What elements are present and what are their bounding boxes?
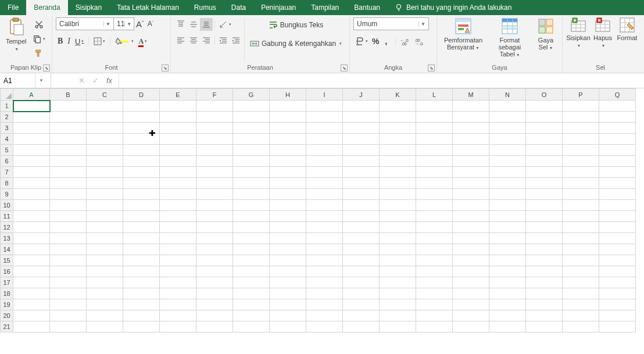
cell[interactable] <box>599 255 636 266</box>
cell[interactable] <box>270 156 306 167</box>
row-header[interactable]: 4 <box>1 134 13 145</box>
cell[interactable] <box>489 189 526 200</box>
cell[interactable] <box>599 145 636 156</box>
cell[interactable] <box>13 123 50 134</box>
clipboard-launcher[interactable]: ⬊ <box>43 65 50 71</box>
column-header[interactable]: Q <box>599 89 636 101</box>
row-header[interactable]: 12 <box>1 222 13 233</box>
cell[interactable] <box>160 123 196 134</box>
cell[interactable] <box>306 200 343 211</box>
cell[interactable] <box>87 266 123 277</box>
cell[interactable] <box>343 167 380 178</box>
cell[interactable] <box>123 277 160 288</box>
cell[interactable] <box>563 266 599 277</box>
cell[interactable] <box>526 134 563 145</box>
cell[interactable] <box>160 321 196 332</box>
cell[interactable] <box>13 222 50 233</box>
cell[interactable] <box>233 101 270 112</box>
row-header[interactable]: 5 <box>1 145 13 156</box>
cell[interactable] <box>599 123 636 134</box>
cell[interactable] <box>13 189 50 200</box>
cell[interactable] <box>123 167 160 178</box>
cell[interactable] <box>196 145 233 156</box>
cell[interactable] <box>599 233 636 244</box>
fx-icon[interactable]: fx <box>102 76 116 85</box>
cell[interactable] <box>160 277 196 288</box>
cell[interactable] <box>233 123 270 134</box>
cell[interactable] <box>87 178 123 189</box>
cell[interactable] <box>599 321 636 332</box>
cell[interactable] <box>270 266 306 277</box>
cell[interactable] <box>343 299 380 310</box>
cell[interactable] <box>489 288 526 299</box>
cell[interactable] <box>343 321 380 332</box>
cell[interactable] <box>13 178 50 189</box>
cell[interactable] <box>599 167 636 178</box>
percent-button[interactable]: % <box>370 35 381 48</box>
cell[interactable] <box>489 112 526 123</box>
cell[interactable] <box>270 134 306 145</box>
cell[interactable] <box>87 255 123 266</box>
cell[interactable] <box>123 156 160 167</box>
cell[interactable] <box>416 211 453 222</box>
cell[interactable] <box>563 134 599 145</box>
cell[interactable] <box>453 266 489 277</box>
cell[interactable] <box>380 233 416 244</box>
cell[interactable] <box>343 156 380 167</box>
cell[interactable] <box>123 244 160 255</box>
cell[interactable] <box>526 255 563 266</box>
cell[interactable] <box>526 310 563 321</box>
cell[interactable] <box>196 200 233 211</box>
paste-button[interactable]: Tempel▼ <box>3 16 28 53</box>
cell[interactable] <box>380 167 416 178</box>
cell[interactable] <box>123 211 160 222</box>
cell[interactable] <box>160 101 196 112</box>
row-header[interactable]: 15 <box>1 255 13 266</box>
cell[interactable] <box>526 200 563 211</box>
cell[interactable] <box>50 101 87 112</box>
row-header[interactable]: 20 <box>1 310 13 321</box>
cell[interactable] <box>87 222 123 233</box>
column-header[interactable]: N <box>489 89 526 101</box>
row-header[interactable]: 21 <box>1 321 13 332</box>
cell[interactable] <box>13 310 50 321</box>
cell[interactable] <box>306 299 343 310</box>
cell[interactable] <box>489 277 526 288</box>
cell[interactable] <box>160 167 196 178</box>
cell[interactable] <box>453 255 489 266</box>
cell[interactable] <box>160 233 196 244</box>
cell[interactable] <box>160 178 196 189</box>
cell[interactable] <box>123 178 160 189</box>
cell[interactable] <box>123 200 160 211</box>
format-cells-button[interactable]: Format <box>615 16 639 41</box>
cell[interactable] <box>87 277 123 288</box>
cell[interactable] <box>233 288 270 299</box>
cell[interactable] <box>526 277 563 288</box>
cell[interactable] <box>306 167 343 178</box>
cell[interactable] <box>196 211 233 222</box>
cell[interactable] <box>343 112 380 123</box>
row-header[interactable]: 1 <box>1 101 13 112</box>
cell[interactable] <box>196 288 233 299</box>
accounting-format-button[interactable]: ▾ <box>353 35 370 48</box>
cell[interactable] <box>599 244 636 255</box>
cell[interactable] <box>13 101 50 112</box>
cell[interactable] <box>233 178 270 189</box>
cell[interactable] <box>416 112 453 123</box>
cell[interactable] <box>416 266 453 277</box>
cell[interactable] <box>489 310 526 321</box>
cell[interactable] <box>233 211 270 222</box>
cell[interactable] <box>196 310 233 321</box>
cell[interactable] <box>87 288 123 299</box>
cell[interactable] <box>160 299 196 310</box>
cell[interactable] <box>416 310 453 321</box>
cell[interactable] <box>453 156 489 167</box>
cell[interactable] <box>599 266 636 277</box>
cell[interactable] <box>13 288 50 299</box>
column-header[interactable]: O <box>526 89 563 101</box>
name-box[interactable]: ▼ <box>0 73 51 88</box>
cell[interactable] <box>233 299 270 310</box>
cell[interactable] <box>123 189 160 200</box>
formula-input[interactable] <box>119 73 644 88</box>
cell[interactable] <box>489 101 526 112</box>
